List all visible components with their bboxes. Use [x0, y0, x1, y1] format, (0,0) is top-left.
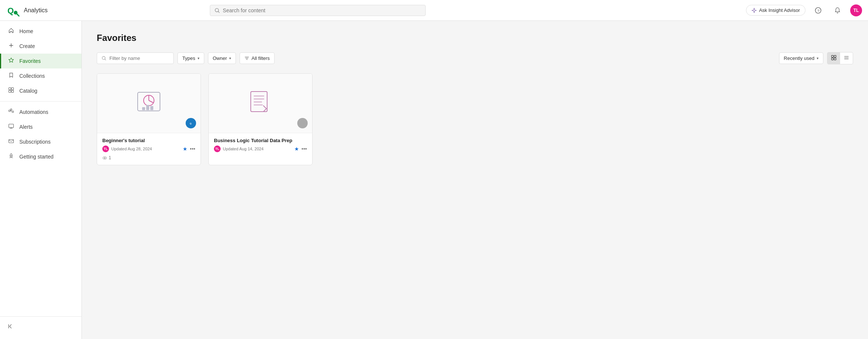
top-bar-right: Ask Insight Advisor ? TL: [746, 4, 862, 17]
svg-rect-34: [142, 107, 145, 110]
card-type-badge-business-logic: [297, 118, 308, 128]
card-star-beginners[interactable]: ★: [183, 146, 188, 152]
insight-advisor-button[interactable]: Ask Insight Advisor: [746, 5, 805, 16]
types-filter-button[interactable]: Types ▾: [177, 52, 204, 64]
help-icon: ?: [815, 7, 821, 14]
qlik-logo-icon: Q: [6, 3, 21, 18]
svg-rect-20: [9, 140, 14, 143]
filter-input-container[interactable]: [97, 52, 174, 64]
sidebar-label-subscriptions: Subscriptions: [19, 139, 51, 145]
all-filters-button[interactable]: All filters: [240, 52, 275, 64]
search-bar[interactable]: [210, 5, 426, 16]
alerts-icon: [7, 123, 15, 131]
sidebar-item-home[interactable]: Home: [0, 24, 81, 39]
sidebar: Home Create Favorites C: [0, 21, 82, 339]
bookmark-icon: [7, 72, 15, 80]
grid-icon: [7, 87, 15, 95]
sidebar-item-favorites[interactable]: Favorites: [0, 54, 81, 68]
svg-rect-41: [251, 92, 267, 112]
types-label: Types: [182, 55, 195, 61]
all-filters-label: All filters: [252, 55, 270, 61]
sidebar-label-collections: Collections: [19, 73, 45, 79]
collapse-icon: [7, 323, 13, 329]
svg-rect-11: [12, 88, 14, 90]
notifications-button[interactable]: [831, 4, 844, 17]
page-title: Favorites: [97, 33, 853, 43]
app-layout: Q Analytics Ask Insight Advisor: [0, 0, 868, 339]
sidebar-item-automations[interactable]: Automations: [0, 105, 81, 119]
svg-rect-25: [832, 55, 833, 57]
card-business-logic[interactable]: Business Logic Tutorial Data Prep TL Upd…: [208, 73, 313, 165]
sidebar-bottom: [0, 316, 81, 336]
card-star-business-logic[interactable]: ★: [294, 146, 299, 152]
app-badge-icon: Q: [188, 121, 193, 126]
sidebar-divider: [0, 101, 81, 102]
owner-filter-button[interactable]: Owner ▾: [208, 52, 236, 64]
top-bar: Q Analytics Ask Insight Advisor: [0, 0, 868, 21]
avatar[interactable]: TL: [850, 4, 862, 16]
sort-label: Recently used: [784, 55, 814, 61]
filter-by-name-input[interactable]: [109, 55, 169, 61]
sidebar-item-collections[interactable]: Collections: [0, 68, 81, 83]
card-footer-beginners: Beginner's tutorial TL Updated Aug 28, 2…: [97, 133, 201, 165]
sidebar-item-create[interactable]: Create: [0, 39, 81, 54]
svg-line-24: [105, 59, 106, 60]
search-input[interactable]: [223, 7, 421, 13]
sidebar-item-alerts[interactable]: Alerts: [0, 119, 81, 134]
plus-icon: [7, 42, 15, 50]
card-beginners-tutorial[interactable]: Q Beginner's tutorial TL Updated Aug 28,…: [97, 73, 201, 165]
svg-rect-13: [12, 90, 14, 93]
owner-label: Owner: [213, 55, 227, 61]
logo-area: Q Analytics: [6, 3, 48, 18]
views-number: 1: [109, 155, 111, 160]
sidebar-label-home: Home: [19, 28, 33, 34]
svg-text:Q: Q: [7, 6, 14, 15]
views-count-beginners: 1: [102, 155, 195, 160]
card-menu-business-logic[interactable]: •••: [301, 146, 307, 152]
sidebar-collapse-button[interactable]: [0, 320, 81, 333]
app-preview-icon: [134, 89, 164, 118]
svg-line-5: [218, 11, 220, 12]
sort-chevron-icon: ▾: [817, 56, 819, 60]
help-button[interactable]: ?: [811, 4, 825, 17]
svg-rect-12: [9, 90, 11, 93]
svg-rect-26: [834, 55, 836, 57]
eye-icon: [102, 156, 107, 160]
user-badge-icon: [300, 121, 305, 126]
card-avatar-beginners: TL: [102, 145, 109, 152]
sidebar-item-catalog[interactable]: Catalog: [0, 83, 81, 98]
card-preview-business-logic: [209, 74, 312, 133]
types-chevron-icon: ▾: [198, 56, 199, 60]
card-avatar-business-logic: TL: [214, 145, 221, 152]
card-updated-business-logic: Updated Aug 14, 2024: [223, 147, 292, 151]
card-meta-beginners: TL Updated Aug 28, 2024 ★ •••: [102, 145, 195, 152]
home-icon: [7, 28, 15, 35]
app-name: Analytics: [24, 7, 48, 14]
card-menu-beginners[interactable]: •••: [190, 146, 195, 152]
insight-advisor-label: Ask Insight Advisor: [759, 7, 800, 13]
card-title-business-logic: Business Logic Tutorial Data Prep: [214, 138, 307, 143]
sidebar-label-create: Create: [19, 43, 35, 49]
svg-rect-35: [146, 105, 149, 110]
main-area: Home Create Favorites C: [0, 21, 868, 339]
sidebar-item-subscriptions[interactable]: Subscriptions: [0, 134, 81, 149]
search-icon: [215, 8, 220, 13]
filters-row: Types ▾ Owner ▾ All filters Recently use…: [97, 52, 853, 64]
svg-point-21: [11, 155, 12, 156]
filter-icon: [244, 56, 249, 61]
svg-rect-27: [832, 58, 833, 60]
svg-rect-28: [834, 58, 836, 60]
sidebar-label-automations: Automations: [19, 109, 48, 115]
list-view-button[interactable]: [840, 52, 853, 64]
grid-view-button[interactable]: [827, 52, 840, 64]
cards-grid: Q Beginner's tutorial TL Updated Aug 28,…: [97, 73, 853, 165]
bell-icon: [834, 7, 841, 14]
dataprep-preview-icon: [246, 89, 275, 118]
svg-text:Q: Q: [190, 122, 192, 125]
card-meta-business-logic: TL Updated Aug 14, 2024 ★ •••: [214, 145, 307, 152]
sparkle-icon: [752, 8, 757, 13]
sidebar-item-getting-started[interactable]: Getting started: [0, 149, 81, 164]
list-view-icon: [844, 55, 849, 60]
rocket-icon: [7, 153, 15, 160]
sort-dropdown[interactable]: Recently used ▾: [779, 52, 823, 64]
